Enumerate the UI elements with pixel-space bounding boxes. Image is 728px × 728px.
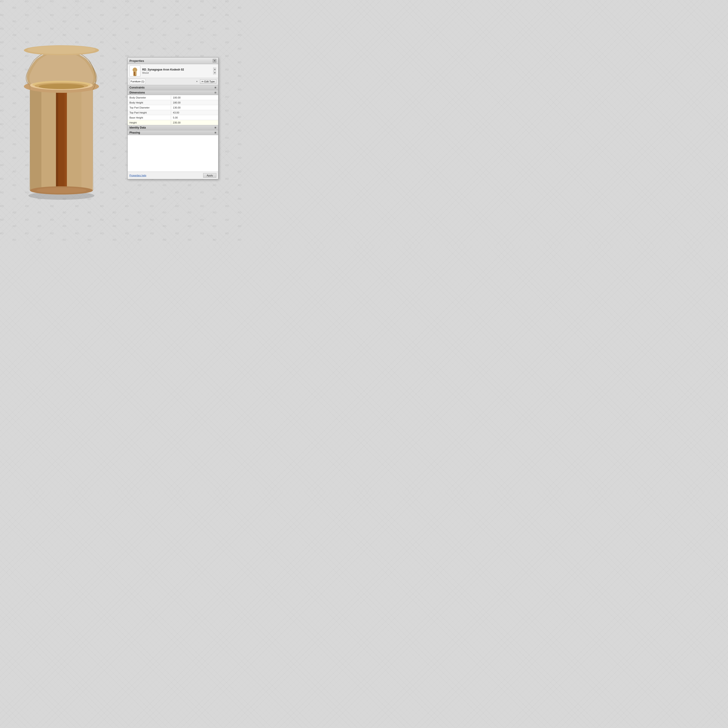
identity-collapse-icon[interactable]: ⊞	[214, 127, 216, 129]
dimensions-collapse-icon[interactable]: ⊟	[214, 92, 216, 94]
vessel-3d-object	[14, 38, 109, 201]
body-height-value[interactable]	[171, 101, 218, 105]
property-row-height: Height	[128, 120, 218, 125]
type-selector-row: Furniture (1) ✏ Edit Type	[128, 78, 218, 85]
svg-point-17	[27, 46, 96, 54]
base-height-input[interactable]	[173, 116, 216, 119]
identity-data-label: Identity Data	[130, 126, 146, 129]
apply-button[interactable]: Apply	[203, 173, 216, 178]
close-button[interactable]: ✕	[213, 59, 216, 63]
scroll-down-icon[interactable]: ▼	[213, 71, 217, 75]
panel-footer: Properties help Apply	[128, 171, 218, 179]
body-diameter-value[interactable]	[171, 96, 218, 99]
body-height-input[interactable]	[173, 101, 216, 104]
edit-type-label: Edit Type	[204, 80, 215, 83]
top-part-height-value[interactable]	[171, 110, 218, 115]
top-part-diameter-value[interactable]	[171, 106, 218, 110]
properties-list: Body Diameter Body Height Top Part Diame…	[128, 95, 218, 125]
property-row-top-part-height: Top Part Height	[128, 110, 218, 115]
svg-rect-8	[64, 89, 67, 190]
type-dropdown-wrapper[interactable]: Furniture (1)	[130, 79, 199, 84]
height-value[interactable]	[171, 121, 218, 125]
svg-rect-5	[81, 85, 93, 190]
top-part-height-input[interactable]	[173, 111, 216, 114]
svg-point-21	[133, 71, 136, 72]
properties-panel: Properties ✕ RD_Synagogue Aron Kodesh 02…	[127, 57, 219, 179]
constraints-label: Constraints	[130, 86, 145, 89]
constraints-collapse-icon[interactable]: ⊞	[214, 86, 216, 89]
svg-point-23	[133, 75, 136, 76]
body-diameter-input[interactable]	[173, 96, 216, 99]
edit-type-button[interactable]: ✏ Edit Type	[200, 80, 216, 84]
empty-space	[128, 135, 218, 171]
top-part-height-label: Top Part Height	[128, 110, 171, 115]
dimensions-label: Dimensions	[130, 91, 145, 94]
thumbnail-icon	[131, 66, 139, 76]
type-dropdown[interactable]: Furniture (1)	[130, 79, 145, 84]
constraints-section-header: Constraints ⊞	[128, 85, 218, 90]
scroll-up-icon[interactable]: ▲	[213, 67, 217, 71]
element-name: RD_Synagogue Aron Kodesh 02	[142, 68, 211, 72]
phasing-label: Phasing	[130, 131, 140, 134]
property-row-base-height: Base Height	[128, 115, 218, 120]
pencil-icon: ✏	[202, 80, 203, 83]
svg-rect-7	[56, 89, 58, 190]
base-height-value[interactable]	[171, 116, 218, 120]
panel-header: RD_Synagogue Aron Kodesh 02 Wood ▲ ▼	[128, 64, 218, 78]
body-diameter-label: Body Diameter	[128, 96, 171, 99]
height-label: Height	[128, 121, 171, 125]
property-row-top-part-diameter: Top Part Diameter	[128, 105, 218, 110]
identity-data-section-header: Identity Data ⊞	[128, 125, 218, 130]
svg-rect-4	[30, 85, 41, 190]
svg-point-10	[37, 188, 86, 193]
element-info: RD_Synagogue Aron Kodesh 02 Wood	[142, 68, 211, 74]
svg-point-15	[39, 84, 84, 89]
element-thumbnail	[130, 66, 141, 76]
panel-titlebar[interactable]: Properties ✕	[128, 58, 218, 64]
top-part-diameter-label: Top Part Diameter	[128, 106, 171, 110]
top-part-diameter-input[interactable]	[173, 106, 216, 109]
property-row-body-height: Body Height	[128, 100, 218, 105]
height-input[interactable]	[173, 121, 216, 124]
property-row-body-diameter: Body Diameter	[128, 95, 218, 100]
panel-title: Properties	[130, 59, 144, 63]
properties-help-link[interactable]: Properties help	[130, 174, 146, 177]
body-height-label: Body Height	[128, 101, 171, 105]
panel-scroll-control[interactable]: ▲ ▼	[213, 67, 216, 75]
svg-rect-22	[134, 72, 135, 75]
phasing-section-header: Phasing ⊞	[128, 130, 218, 135]
element-material: Wood	[142, 72, 211, 74]
base-height-label: Base Height	[128, 116, 171, 120]
phasing-collapse-icon[interactable]: ⊞	[214, 132, 216, 134]
dimensions-section-header: Dimensions ⊟	[128, 90, 218, 95]
